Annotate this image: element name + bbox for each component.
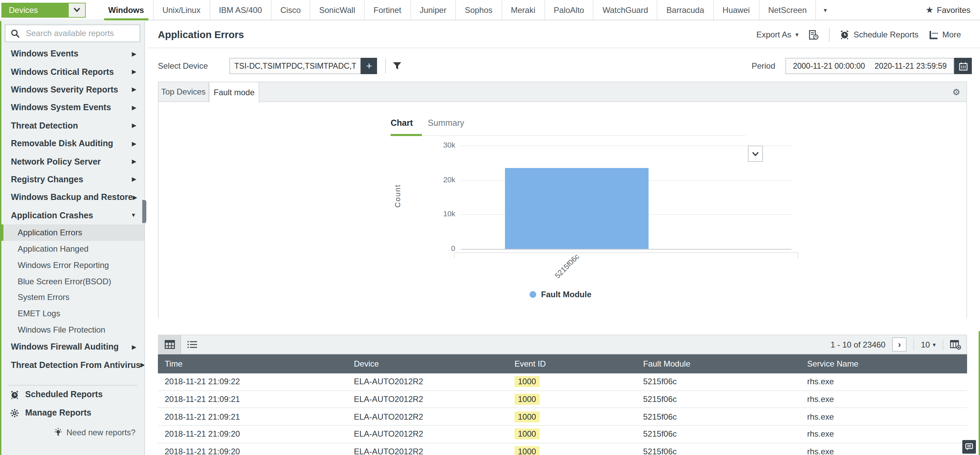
legend-item[interactable]: Fault Module: [530, 290, 592, 299]
cell-device: ELA-AUTO2012R2: [347, 447, 508, 455]
device-type-tab[interactable]: Unix/Linux: [153, 0, 209, 20]
device-type-tab[interactable]: Huawei: [713, 0, 759, 20]
device-type-tab-label: Windows: [108, 5, 144, 14]
legend-swatch: [530, 291, 536, 298]
filter-divider: [385, 59, 386, 73]
report-search[interactable]: [5, 24, 140, 42]
calendar-button[interactable]: [954, 58, 972, 74]
next-page-button[interactable]: ›: [892, 337, 907, 352]
schedule-reports-button[interactable]: Schedule Reports: [840, 30, 919, 40]
sidebar-report-item[interactable]: System Errors: [2, 289, 144, 306]
sidebar-report-item[interactable]: Application Hanged: [2, 241, 144, 257]
feedback-chat-button[interactable]: [962, 440, 976, 453]
sidebar-category[interactable]: Windows Events ▶ ▼: [2, 45, 144, 63]
period-range-input[interactable]: 2000-11-21 00:00:00 2020-11-21 23:59:59: [785, 58, 954, 74]
sidebar-category-label: Windows Severity Reports: [11, 85, 118, 95]
sidebar-category[interactable]: Threat Detection From Antivirus ▶ ▼: [2, 356, 144, 374]
sidebar-category[interactable]: Windows Backup and Restore ▶ ▼: [2, 189, 144, 206]
export-as-button[interactable]: Export As ▾: [756, 30, 799, 40]
sidebar-category[interactable]: Windows System Events ▶ ▼: [2, 98, 144, 117]
sidebar-category[interactable]: Removable Disk Auditing ▶ ▼: [2, 135, 144, 153]
devices-dropdown[interactable]: Devices: [2, 2, 86, 17]
table-row[interactable]: 2018-11-21 21:09:21 ELA-AUTO2012R2 1000 …: [158, 408, 967, 426]
device-type-tab[interactable]: Barracuda: [657, 0, 713, 20]
device-type-tab[interactable]: IBM AS/400: [209, 0, 271, 20]
device-type-tab-label: Fortinet: [374, 5, 401, 14]
sidebar-category-label: Threat Detection: [11, 121, 78, 131]
sidebar-report-item[interactable]: Application Errors: [2, 224, 144, 241]
table-row[interactable]: 2018-11-21 21:09:21 ELA-AUTO2012R2 1000 …: [158, 391, 967, 408]
table-header-row: Time Device Event ID Fault Module Servic…: [158, 354, 967, 373]
view-tab[interactable]: Summary: [428, 118, 464, 132]
device-type-tab[interactable]: Juniper: [410, 0, 455, 20]
grid-view-button[interactable]: [159, 335, 181, 354]
column-header-device[interactable]: Device: [347, 359, 508, 369]
sidebar-category[interactable]: Registry Changes ▶ ▼: [2, 170, 144, 189]
sidebar-category[interactable]: Windows Critical Reports ▶ ▼: [2, 63, 144, 81]
chart-view-tabs: Chart Summary: [391, 118, 464, 132]
sidebar-report-item[interactable]: Windows Error Reporting: [2, 257, 144, 273]
sidebar-category[interactable]: Threat Detection ▶ ▼: [2, 117, 144, 135]
column-header-event-id[interactable]: Event ID: [508, 359, 636, 369]
cell-time: 2018-11-21 21:09:20: [158, 430, 347, 439]
device-type-tab[interactable]: Sophos: [455, 0, 501, 20]
filter-funnel-icon[interactable]: [393, 62, 402, 70]
page-size-dropdown[interactable]: 10 ▾: [921, 340, 936, 349]
column-header-fault-module[interactable]: Fault Module: [636, 359, 800, 369]
sidebar-item-scheduled-reports[interactable]: Scheduled Reports: [2, 385, 144, 404]
sidebar-category-label: Windows Events: [11, 49, 78, 59]
more-actions-button[interactable]: More: [929, 30, 961, 40]
axis-frame-tick: [798, 252, 798, 258]
more-device-types-button[interactable]: ▾: [816, 0, 834, 20]
search-input[interactable]: [24, 28, 134, 39]
need-new-reports-link[interactable]: Need new reports?: [2, 428, 144, 437]
sidebar-report-item[interactable]: Windows File Protection: [2, 322, 144, 338]
device-type-tab[interactable]: Fortinet: [364, 0, 410, 20]
add-column-button[interactable]: [950, 340, 961, 349]
sidebar-category[interactable]: Application Crashes ▶ ▼: [2, 206, 144, 224]
sidebar-report-item[interactable]: Blue Screen Error(BSOD): [2, 273, 144, 289]
device-type-tab[interactable]: SonicWall: [310, 0, 364, 20]
sidebar-category[interactable]: Windows Severity Reports ▶ ▼: [2, 81, 144, 99]
column-header-service-name[interactable]: Service Name: [800, 359, 967, 369]
report-tab[interactable]: Fault mode: [209, 82, 259, 103]
add-device-button[interactable]: +: [361, 58, 377, 74]
bar[interactable]: [505, 168, 649, 249]
favorites-button[interactable]: ★ Favorites: [926, 5, 970, 14]
period-end-value: 2020-11-21 23:59:59: [875, 62, 947, 70]
table-row[interactable]: 2018-11-21 21:09:20 ELA-AUTO2012R2 1000 …: [158, 426, 967, 443]
device-type-tab[interactable]: Windows: [99, 0, 153, 20]
device-input[interactable]: [230, 58, 361, 74]
device-type-tab[interactable]: NetScreen: [759, 0, 815, 20]
device-type-tab[interactable]: WatchGuard: [593, 0, 657, 20]
sidebar-item-manage-reports[interactable]: Manage Reports: [2, 404, 144, 422]
device-type-tab-label: SonicWall: [319, 5, 355, 14]
cell-device: ELA-AUTO2012R2: [347, 412, 508, 421]
list-view-button[interactable]: [181, 335, 204, 354]
device-type-tab[interactable]: Cisco: [271, 0, 310, 20]
table-row[interactable]: 2018-11-21 21:09:20 ELA-AUTO2012R2 1000 …: [158, 444, 967, 455]
sidebar-category[interactable]: Network Policy Server ▶ ▼: [2, 153, 144, 171]
sidebar-report-label: System Errors: [18, 293, 69, 302]
export-schedule-icon-button[interactable]: [809, 30, 819, 40]
event-id-badge: 1000: [514, 429, 539, 440]
chevron-down-icon: [752, 151, 759, 156]
sidebar-report-item[interactable]: EMET Logs: [2, 306, 144, 322]
chart-legend: Fault Module: [530, 290, 592, 299]
device-type-tab[interactable]: PaloAlto: [544, 0, 593, 20]
chevron-down-icon[interactable]: [69, 3, 85, 17]
chart-options-dropdown[interactable]: [748, 146, 763, 162]
app-root: Devices Windows Unix/Linux IBM AS/400 Ci…: [0, 0, 980, 455]
cell-device: ELA-AUTO2012R2: [347, 430, 508, 439]
gridline: [461, 249, 791, 250]
view-tab[interactable]: Chart: [391, 118, 413, 132]
sidebar-report-label: Windows Error Reporting: [18, 260, 109, 270]
column-header-time[interactable]: Time: [158, 359, 347, 369]
sidebar-collapse-handle[interactable]: [142, 200, 146, 223]
table-row[interactable]: 2018-11-21 21:09:22 ELA-AUTO2012R2 1000 …: [158, 373, 967, 391]
panel-settings-gear-icon[interactable]: ⚙: [953, 82, 960, 102]
device-type-tab[interactable]: Meraki: [501, 0, 544, 20]
event-id-badge: 1000: [514, 394, 539, 405]
report-tab[interactable]: Top Devices: [159, 82, 209, 101]
sidebar-category[interactable]: Windows Firewall Auditing ▶ ▼: [2, 338, 144, 356]
